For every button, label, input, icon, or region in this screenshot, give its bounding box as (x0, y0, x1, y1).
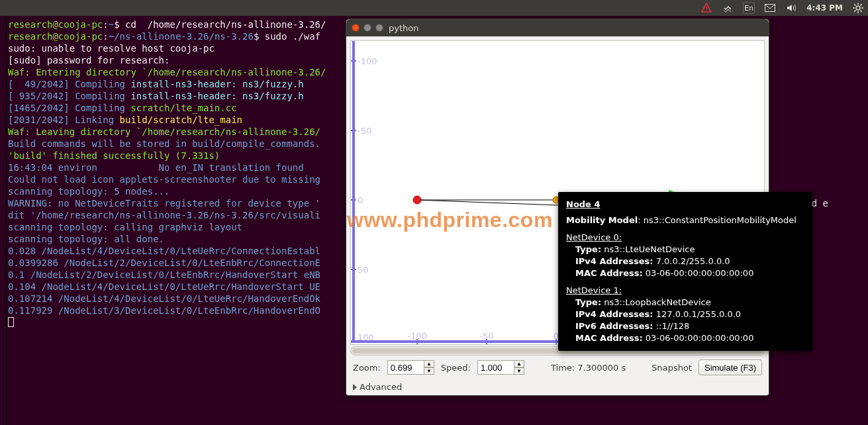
netdevice1-header: NetDevice 1: (566, 285, 804, 297)
dev0-ipv4-key: IPv4 Addresses: (575, 256, 653, 266)
dev0-mac-value: 03-06-00:00:00:00:00:00 (646, 268, 754, 278)
simulate-button[interactable]: Simulate (F3) (699, 359, 762, 375)
node-tooltip: Node 4 Mobility Model: ns3::ConstantPosi… (558, 192, 812, 351)
speed-label: Speed: (441, 363, 471, 373)
svg-rect-0 (706, 6, 707, 9)
dev1-ipv6-value: ::1//128 (656, 321, 690, 331)
svg-rect-1 (706, 10, 707, 11)
minimize-icon[interactable] (363, 24, 371, 32)
clock-text[interactable]: 4:43 PM (806, 3, 843, 13)
advanced-label: Advanced (360, 382, 402, 392)
advanced-disclosure[interactable]: Advanced (346, 379, 769, 397)
ytick-label: 50 (358, 265, 369, 275)
zoom-step-down[interactable]: ▼ (424, 367, 434, 375)
gear-icon[interactable] (852, 2, 864, 14)
tooltip-title: Node 4 (566, 199, 804, 211)
mail-icon[interactable] (764, 2, 776, 14)
dev1-ipv4-key: IPv4 Addresses: (575, 309, 653, 319)
pyviz-toolbar: Zoom: ▲ ▼ Speed: ▲ ▼ Time: 7.300000 s Sn… (346, 355, 769, 379)
dev1-ipv6-key: IPv6 Addresses: (575, 321, 653, 331)
dev0-ipv4-value: 7.0.0.2/255.0.0.0 (656, 256, 730, 266)
mobility-model-value: ns3::ConstantPositionMobilityModel (644, 215, 796, 225)
svg-line-8 (854, 4, 855, 5)
netdevice0-header: NetDevice 0: (566, 232, 804, 244)
svg-point-3 (856, 6, 860, 10)
top-panel: En 4:43 PM (0, 0, 868, 16)
svg-line-9 (861, 11, 862, 12)
ytick-label: 100 (358, 332, 374, 342)
volume-icon[interactable] (785, 2, 797, 14)
dev1-ipv4-value: 127.0.0.1/255.0.0.0 (656, 309, 741, 319)
cursor-icon (8, 317, 14, 327)
dev0-type-key: Type: (575, 244, 601, 254)
window-title: python (389, 23, 418, 33)
time-label: Time: 7.300000 s (551, 363, 626, 373)
language-indicator[interactable]: En (743, 2, 755, 14)
ytick-label: -100 (358, 56, 377, 66)
svg-line-11 (861, 4, 862, 5)
network-icon[interactable] (722, 2, 734, 14)
svg-point-25 (413, 196, 421, 204)
speed-step-up[interactable]: ▲ (514, 360, 524, 367)
mobility-model-key: Mobility Model (566, 215, 638, 225)
warning-icon (700, 2, 712, 14)
dev1-mac-value: 03-06-00:00:00:00:00:00 (646, 333, 754, 343)
zoom-step-up[interactable]: ▲ (424, 360, 434, 367)
ytick-label: -50 (358, 126, 371, 136)
chevron-right-icon (353, 384, 357, 391)
ytick-label: 0 (358, 195, 363, 205)
dev0-mac-key: MAC Address: (575, 268, 643, 278)
speed-step-down[interactable]: ▼ (514, 367, 524, 375)
zoom-input[interactable] (387, 360, 424, 375)
dev0-type-value: ns3::LteUeNetDevice (604, 244, 695, 254)
maximize-icon[interactable] (375, 24, 383, 32)
dev1-type-value: ns3::LoopbackNetDevice (604, 297, 710, 307)
unity-launcher[interactable] (0, 16, 7, 425)
dev1-type-key: Type: (575, 297, 601, 307)
svg-line-10 (854, 11, 855, 12)
zoom-label: Zoom: (353, 363, 381, 373)
window-titlebar[interactable]: python (346, 19, 769, 36)
snapshot-label[interactable]: Snapshot (651, 363, 692, 373)
dev1-mac-key: MAC Address: (575, 333, 643, 343)
speed-input[interactable] (477, 360, 514, 375)
close-icon[interactable] (352, 24, 360, 32)
